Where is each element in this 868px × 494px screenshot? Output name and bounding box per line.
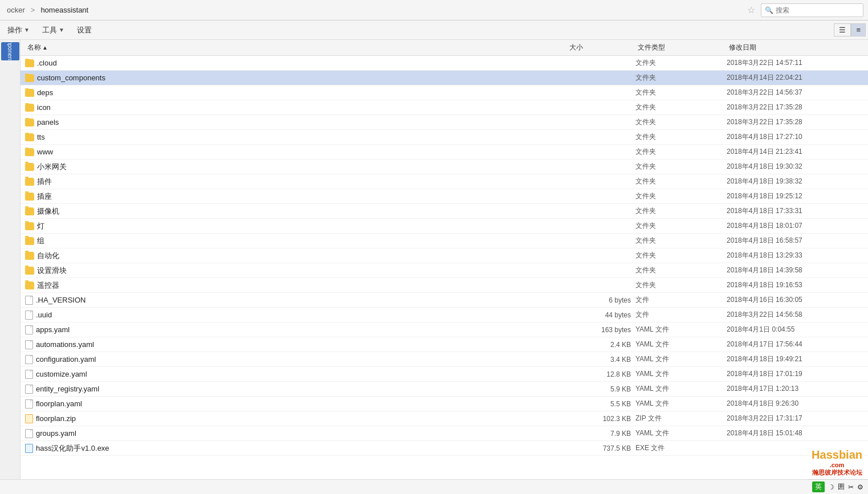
file-icon	[25, 355, 33, 364]
table-row[interactable]: customize.yaml 12.8 KB YAML 文件 2018年4月18…	[21, 367, 868, 382]
file-size: 44 bytes	[567, 311, 635, 319]
table-row[interactable]: 插件 文件夹 2018年4月18日 19:38:32	[21, 174, 868, 189]
table-row[interactable]: floorplan.yaml 5.5 KB YAML 文件 2018年4月18日…	[21, 397, 868, 411]
file-name: 灯	[37, 221, 44, 231]
table-row[interactable]: 设置滑块 文件夹 2018年4月18日 14:39:58	[21, 263, 868, 278]
search-icon: 🔍	[765, 6, 773, 14]
sidebar-item-component[interactable]: nponent	[1, 42, 19, 60]
view-list-button[interactable]: ☰	[834, 23, 851, 36]
table-row[interactable]: tts 文件夹 2018年4月18日 17:27:10	[21, 130, 868, 145]
file-name-cell: .uuid	[25, 311, 567, 320]
table-row[interactable]: .cloud 文件夹 2018年3月22日 14:57:11	[21, 56, 868, 71]
file-type: 文件夹	[635, 147, 727, 157]
file-date: 2018年4月18日 19:49:21	[727, 354, 852, 364]
table-row[interactable]: floorplan.zip 102.3 KB ZIP 文件 2018年3月22日…	[21, 411, 868, 426]
tools-arrow-icon: ▼	[59, 27, 64, 33]
status-bar	[0, 479, 868, 494]
file-type: 文件夹	[635, 88, 727, 97]
col-header-size[interactable]: 大小	[567, 43, 635, 52]
table-row[interactable]: 摄像机 文件夹 2018年4月18日 17:33:31	[21, 204, 868, 219]
toolbar: 操作 ▼ 工具 ▼ 设置 ☰ ≡	[0, 21, 868, 40]
col-header-type[interactable]: 文件类型	[635, 43, 727, 52]
table-row[interactable]: groups.yaml 7.9 KB YAML 文件 2018年4月18日 15…	[21, 426, 868, 441]
file-type: YAML 文件	[635, 325, 727, 334]
table-row[interactable]: apps.yaml 163 bytes YAML 文件 2018年4月1日 0:…	[21, 322, 868, 337]
folder-icon	[25, 59, 34, 67]
file-name: groups.yaml	[36, 429, 76, 438]
file-name-cell: 摄像机	[25, 206, 567, 217]
table-row[interactable]: 插座 文件夹 2018年4月18日 19:25:12	[21, 189, 868, 204]
file-name-cell: floorplan.zip	[25, 414, 567, 423]
table-row[interactable]: icon 文件夹 2018年3月22日 17:35:28	[21, 100, 868, 115]
file-date: 2018年4月18日 19:16:53	[727, 280, 852, 290]
col-header-date[interactable]: 修改日期	[727, 43, 852, 52]
file-size: 2.4 KB	[567, 341, 635, 349]
tray-lang-icon[interactable]: 英	[812, 481, 825, 492]
tray-settings-icon[interactable]: ⚙	[857, 483, 863, 491]
favorite-button[interactable]: ☆	[744, 3, 759, 17]
file-name: deps	[37, 88, 53, 97]
table-row[interactable]: automations.yaml 2.4 KB YAML 文件 2018年4月1…	[21, 337, 868, 352]
file-type: YAML 文件	[635, 354, 727, 364]
table-row[interactable]: panels 文件夹 2018年3月22日 17:35:28	[21, 115, 868, 130]
file-name-cell: tts	[25, 133, 567, 141]
file-date: 2018年4月17日 17:56:44	[727, 340, 852, 349]
file-name-cell: panels	[25, 118, 567, 126]
file-name-cell: customize.yaml	[25, 370, 567, 379]
file-name-cell: 小米网关	[25, 162, 567, 172]
file-date: 2018年4月18日 17:33:31	[727, 206, 852, 216]
file-type: YAML 文件	[635, 428, 727, 438]
file-name-cell: .cloud	[25, 59, 567, 67]
file-date: 2018年4月17日 1:20:13	[727, 384, 852, 394]
folder-icon	[25, 74, 34, 82]
file-size: 5.9 KB	[567, 385, 635, 393]
file-name: 插座	[37, 191, 52, 202]
table-row[interactable]: configuration.yaml 3.4 KB YAML 文件 2018年4…	[21, 352, 868, 367]
file-icon	[25, 385, 33, 394]
file-name: panels	[37, 118, 59, 126]
file-date: 2018年3月22日 17:35:28	[727, 103, 852, 112]
file-size: 6 bytes	[567, 296, 635, 304]
settings-button[interactable]: 设置	[72, 23, 97, 38]
table-row[interactable]: deps 文件夹 2018年3月22日 14:56:37	[21, 85, 868, 100]
file-size: 737.5 KB	[567, 444, 635, 452]
file-name-cell: custom_components	[25, 74, 567, 82]
file-type: 文件夹	[635, 132, 727, 142]
tools-button[interactable]: 工具 ▼	[37, 23, 70, 38]
file-type: 文件夹	[635, 103, 727, 112]
file-type: YAML 文件	[635, 384, 727, 394]
table-row[interactable]: 遥控器 文件夹 2018年4月18日 19:16:53	[21, 278, 868, 293]
folder-icon	[25, 281, 34, 289]
file-area: 名称 ▲ 大小 文件类型 修改日期 .cloud 文件夹 2018年3月22日 …	[21, 40, 868, 479]
table-row[interactable]: www 文件夹 2018年4月14日 21:23:41	[21, 145, 868, 160]
table-row[interactable]: 小米网关 文件夹 2018年4月18日 19:30:32	[21, 160, 868, 174]
table-row[interactable]: 组 文件夹 2018年4月18日 16:58:57	[21, 234, 868, 248]
file-name: custom_components	[37, 74, 105, 82]
table-row[interactable]: 自动化 文件夹 2018年4月18日 13:29:33	[21, 248, 868, 263]
table-row[interactable]: .HA_VERSION 6 bytes 文件 2018年4月16日 16:30:…	[21, 293, 868, 308]
breadcrumb-bar: ocker > homeassistant ☆ 🔍	[0, 0, 868, 21]
table-row[interactable]: hass汉化助手v1.0.exe 737.5 KB EXE 文件	[21, 441, 868, 456]
search-input[interactable]	[776, 6, 855, 14]
folder-icon	[25, 119, 34, 126]
folder-icon	[25, 207, 34, 215]
table-row[interactable]: custom_components 文件夹 2018年4月14日 22:04:2…	[21, 71, 868, 85]
file-date: 2018年4月18日 19:25:12	[727, 191, 852, 201]
folder-icon	[25, 89, 34, 97]
file-name-cell: 灯	[25, 221, 567, 231]
file-name: icon	[37, 103, 51, 112]
file-name-cell: www	[25, 148, 567, 156]
view-detail-button[interactable]: ≡	[851, 23, 866, 36]
file-date: 2018年4月18日 9:26:30	[727, 399, 852, 409]
file-date: 2018年4月1日 0:04:55	[727, 325, 852, 334]
table-row[interactable]: .uuid 44 bytes 文件 2018年3月22日 14:56:58	[21, 308, 868, 322]
table-row[interactable]: 灯 文件夹 2018年4月18日 18:01:07	[21, 219, 868, 234]
file-name: .HA_VERSION	[36, 296, 85, 304]
tray-scissors-icon: ✂	[848, 483, 854, 491]
file-name: automations.yaml	[36, 340, 94, 349]
file-name-cell: entity_registry.yaml	[25, 385, 567, 394]
operate-button[interactable]: 操作 ▼	[2, 23, 35, 38]
table-row[interactable]: entity_registry.yaml 5.9 KB YAML 文件 2018…	[21, 382, 868, 397]
breadcrumb-parent[interactable]: ocker	[5, 5, 27, 15]
col-header-name[interactable]: 名称 ▲	[25, 43, 567, 52]
